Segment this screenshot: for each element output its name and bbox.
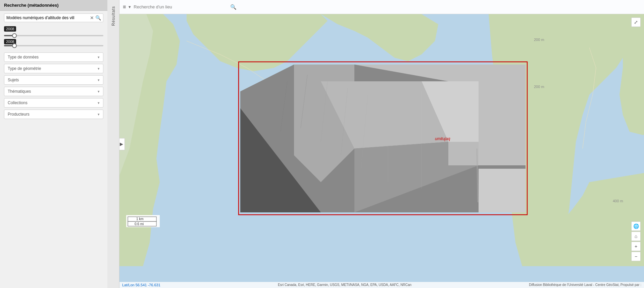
map-attribution: Lat/Lon 56.541 -76.631 Esri Canada, Esri… bbox=[119, 282, 644, 288]
year-start-badge: 2008 bbox=[4, 26, 16, 32]
filter-section: Type de données ▾ Type de géométrie ▾ Su… bbox=[0, 51, 107, 120]
sidebar-title-text: Recherche (métadonnées) bbox=[4, 3, 59, 8]
attribution-right: Diffusion Bibliothèque de l'Université L… bbox=[529, 283, 641, 287]
collapse-arrows: ◀ ▶ bbox=[119, 138, 125, 150]
chevron-down-icon-4: ▾ bbox=[98, 101, 100, 105]
zoom-in-button[interactable]: + bbox=[631, 242, 641, 251]
year-slider-container: 2008 2008 bbox=[0, 25, 107, 51]
search-box: ✕ 🔍 bbox=[4, 13, 103, 22]
sidebar-title: Recherche (métadonnées) bbox=[0, 0, 107, 11]
filter-collections[interactable]: Collections ▾ bbox=[4, 98, 103, 108]
filter-collections-label: Collections bbox=[8, 100, 28, 105]
scale-mi-label: 0.6 mi bbox=[135, 222, 144, 226]
chevron-down-icon-1: ▾ bbox=[98, 67, 100, 71]
chevron-down-icon-0: ▾ bbox=[98, 55, 100, 59]
filter-producteurs[interactable]: Producteurs ▾ bbox=[4, 110, 103, 119]
map-container: ≡ ▾ 🔍 200 m 200 m 400 m bbox=[119, 0, 644, 288]
chevron-down-icon-5: ▾ bbox=[98, 112, 100, 117]
topbar-chevron-icon[interactable]: ▾ bbox=[129, 4, 131, 9]
clear-icon[interactable]: ✕ bbox=[90, 15, 94, 20]
contour-label-right: 200 m bbox=[534, 85, 544, 89]
map-topbar: ≡ ▾ 🔍 bbox=[119, 0, 644, 14]
filter-type-donnees-label: Type de données bbox=[8, 55, 39, 59]
lat-lon-display: Lat/Lon 56.541 -76.631 bbox=[122, 283, 160, 287]
scale-km-label: 1 km bbox=[136, 217, 144, 221]
location-search-input[interactable] bbox=[134, 4, 228, 9]
globe-button[interactable]: 🌐 bbox=[631, 221, 641, 231]
slider-track-end bbox=[4, 45, 103, 46]
topbar-search-icon[interactable]: 🔍 bbox=[230, 4, 237, 10]
results-label[interactable]: Résultats bbox=[111, 6, 116, 26]
slider-thumb[interactable] bbox=[12, 33, 17, 38]
filter-type-geometrie[interactable]: Type de géométrie ▾ bbox=[4, 64, 103, 73]
slider-track-start bbox=[4, 35, 103, 36]
chevron-down-icon-3: ▾ bbox=[98, 89, 100, 94]
svg-rect-3 bbox=[479, 169, 526, 212]
search-input[interactable] bbox=[6, 15, 89, 20]
map-controls-bottom: 🌐 ⌂ + − bbox=[631, 221, 641, 261]
map-svg: 200 m 200 m 400 m umitujaq bbox=[119, 14, 644, 288]
filter-thematiques[interactable]: Thématiques ▾ bbox=[4, 87, 103, 96]
attribution-left: Esri Canada, Esri, HERE, Garmin, USGS, M… bbox=[278, 283, 411, 287]
filter-type-geometrie-label: Type de géométrie bbox=[8, 66, 41, 71]
sidebar: Recherche (métadonnées) ✕ 🔍 2008 2008 Ty… bbox=[0, 0, 107, 288]
zoom-out-button[interactable]: − bbox=[631, 252, 641, 261]
contour-label-top: 200 m bbox=[534, 38, 544, 42]
filter-sujets[interactable]: Sujets ▾ bbox=[4, 75, 103, 85]
filter-sujets-label: Sujets bbox=[8, 78, 19, 82]
map-controls-right: ⤢ bbox=[631, 17, 641, 27]
search-icon[interactable]: 🔍 bbox=[95, 15, 101, 20]
filter-producteurs-label: Producteurs bbox=[8, 112, 30, 117]
expand-right-button[interactable]: ▶ bbox=[119, 138, 125, 150]
filter-thematiques-label: Thématiques bbox=[8, 89, 31, 94]
svg-marker-9 bbox=[448, 142, 479, 165]
expand-button[interactable]: ⤢ bbox=[631, 17, 641, 27]
slider-thumb-end[interactable] bbox=[12, 43, 17, 48]
menu-icon[interactable]: ≡ bbox=[123, 4, 126, 10]
results-panel: Résultats bbox=[107, 0, 119, 288]
chevron-down-icon-2: ▾ bbox=[98, 78, 100, 82]
contour-label-bottom-right: 400 m bbox=[613, 199, 623, 203]
search-container: ✕ 🔍 bbox=[0, 11, 107, 25]
home-button[interactable]: ⌂ bbox=[631, 232, 641, 241]
place-label: umitujaq bbox=[435, 136, 450, 141]
filter-type-donnees[interactable]: Type de données ▾ bbox=[4, 52, 103, 62]
